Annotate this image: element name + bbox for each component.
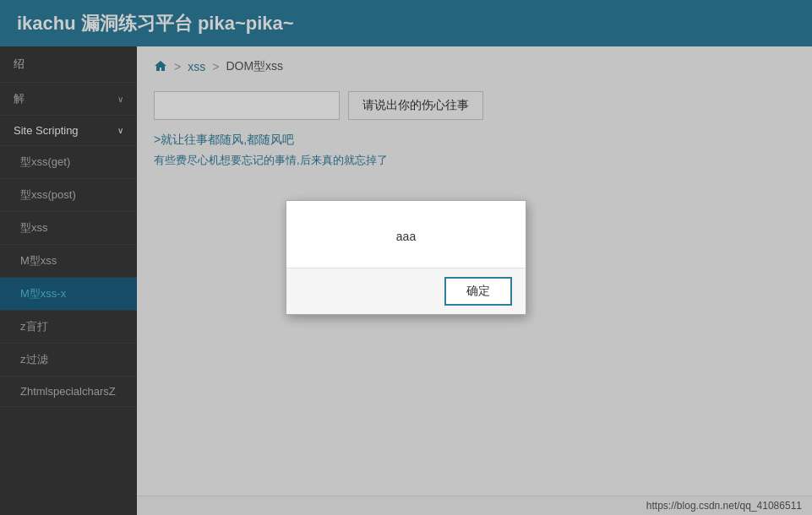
dialog-overlay: aaa 确定: [0, 0, 812, 515]
dialog-footer: 确定: [286, 268, 526, 314]
alert-dialog: aaa 确定: [286, 200, 526, 315]
dialog-body: aaa: [286, 201, 526, 268]
dialog-message: aaa: [396, 230, 416, 243]
dialog-ok-button[interactable]: 确定: [444, 277, 512, 306]
